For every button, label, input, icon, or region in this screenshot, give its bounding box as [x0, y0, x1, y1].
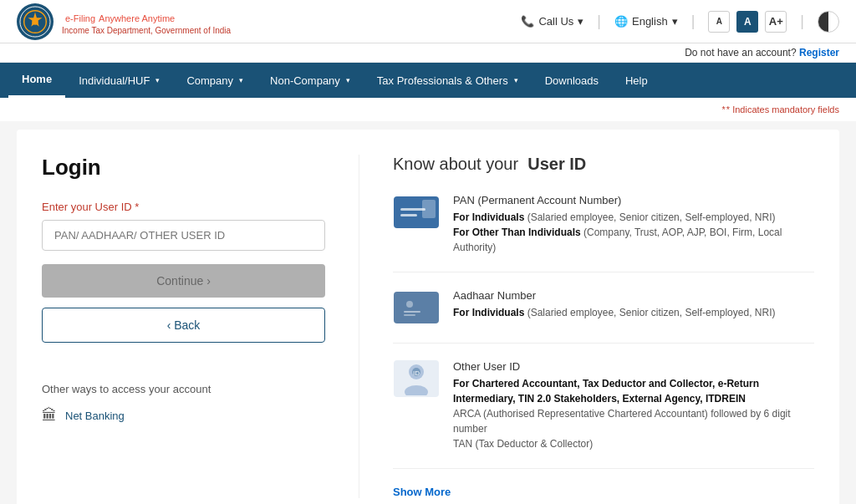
separator-3: | [800, 13, 804, 30]
svg-rect-6 [404, 311, 420, 313]
back-button[interactable]: ‹ Back [42, 308, 325, 343]
register-bar: Do not have an account? Register [0, 43, 856, 63]
nav-tax-professionals-arrow: ▾ [514, 76, 518, 84]
nav-company-arrow: ▾ [239, 76, 243, 84]
user-id-input[interactable] [42, 220, 325, 251]
aadhaar-icon [393, 289, 440, 326]
language-button[interactable]: 🌐 English ▾ [614, 15, 678, 28]
mandatory-note: * * Indicates mandatory fields [0, 98, 856, 121]
aadhaar-info-item: Aadhaar Number For Individuals (Salaried… [393, 289, 814, 344]
main-content: Login Enter your User ID * Continue › ‹ … [17, 130, 839, 504]
nav-non-company-arrow: ▾ [346, 76, 350, 84]
login-panel: Login Enter your User ID * Continue › ‹ … [42, 155, 359, 498]
svg-point-9 [405, 385, 428, 395]
nav-tax-professionals[interactable]: Tax Professionals & Others ▾ [364, 63, 532, 98]
nav-individual-arrow: ▾ [155, 76, 160, 84]
info-panel-title: Know about your User ID [393, 155, 814, 174]
font-medium-button[interactable]: A [736, 11, 758, 33]
top-bar: e-FilingAnywhere Anytime Income Tax Depa… [0, 0, 856, 43]
pan-info-item: PAN (Permanent Account Number) For Indiv… [393, 194, 814, 272]
other-userid-info-item: ID Other User ID For Chartered Accountan… [393, 360, 814, 469]
user-id-label: Enter your User ID * [42, 201, 325, 213]
bank-icon: 🏛 [42, 407, 57, 425]
separator-1: | [597, 13, 601, 30]
nav-individual-huf[interactable]: Individual/HUF ▾ [65, 63, 173, 98]
nav-home[interactable]: Home [8, 63, 65, 98]
globe-icon: 🌐 [614, 15, 628, 28]
nav-help[interactable]: Help [612, 63, 661, 98]
top-right-controls: 📞 Call Us ▾ | 🌐 English ▾ | A A A+ | [521, 11, 839, 33]
efiling-brand: e-FilingAnywhere Anytime [62, 8, 231, 26]
svg-point-3 [32, 18, 38, 25]
logo-area: e-FilingAnywhere Anytime Income Tax Depa… [17, 3, 231, 40]
other-userid-icon: ID [393, 360, 440, 397]
svg-rect-7 [404, 314, 415, 316]
other-ways-section: Other ways to access your account 🏛 Net … [42, 383, 325, 425]
call-us-button[interactable]: 📞 Call Us ▾ [521, 15, 583, 28]
separator-2: | [691, 13, 696, 30]
logo-text: e-FilingAnywhere Anytime Income Tax Depa… [62, 8, 231, 35]
nav-company[interactable]: Company ▾ [173, 63, 257, 98]
phone-icon: 📞 [521, 15, 534, 28]
svg-text:ID: ID [413, 369, 420, 377]
info-panel: Know about your User ID PAN (Permanent A… [359, 155, 814, 498]
nav-downloads[interactable]: Downloads [532, 63, 612, 98]
login-title: Login [42, 155, 325, 181]
call-chevron-icon: ▾ [578, 15, 583, 28]
pan-icon [393, 194, 440, 231]
other-ways-title: Other ways to access your account [42, 383, 325, 395]
pan-info-text: PAN (Permanent Account Number) For Indiv… [453, 194, 814, 255]
show-more-link[interactable]: Show More [393, 486, 814, 498]
register-link[interactable]: Register [799, 47, 839, 59]
aadhaar-info-text: Aadhaar Number For Individuals (Salaried… [453, 289, 775, 326]
required-asterisk: * [135, 201, 139, 213]
nav-non-company[interactable]: Non-Company ▾ [257, 63, 364, 98]
continue-button[interactable]: Continue › [42, 264, 325, 298]
font-large-button[interactable]: A+ [765, 11, 787, 33]
nav-bar: Home Individual/HUF ▾ Company ▾ Non-Comp… [0, 63, 856, 98]
font-small-button[interactable]: A [708, 11, 730, 33]
net-banking-label: Net Banking [65, 410, 125, 422]
lang-chevron-icon: ▾ [672, 15, 678, 28]
svg-point-5 [406, 301, 413, 308]
logo-emblem [17, 3, 54, 40]
font-controls: A A A+ [708, 11, 787, 33]
net-banking-option[interactable]: 🏛 Net Banking [42, 407, 325, 425]
other-userid-info-text: Other User ID For Chartered Accountant, … [453, 360, 814, 451]
logo-subtitle: Income Tax Department, Government of Ind… [62, 26, 231, 35]
contrast-toggle[interactable] [818, 11, 839, 33]
